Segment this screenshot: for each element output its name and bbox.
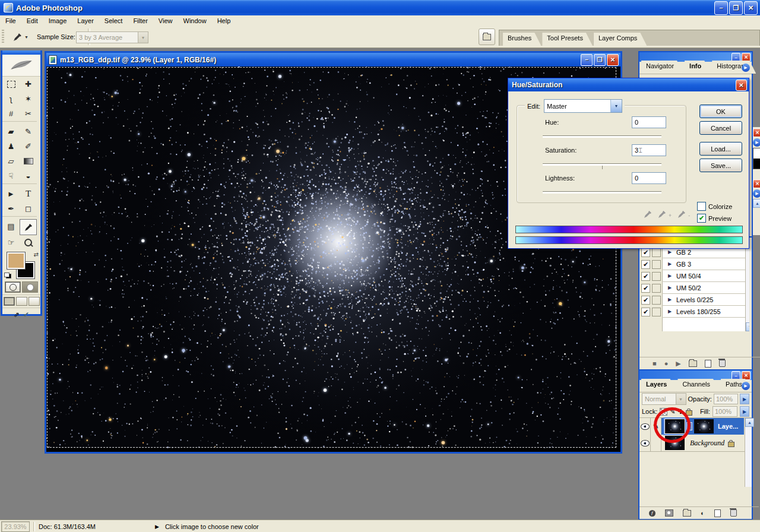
layers-palette-titlebar[interactable]: – ✕ [639,370,752,380]
scroll-down-icon[interactable]: ▼ [746,322,749,331]
action-label[interactable]: UM 50/4 [676,273,701,280]
notes-tool[interactable]: ▤ [2,219,20,234]
cancel-button[interactable]: Cancel [699,121,742,135]
action-label[interactable]: Levels 0/225 [676,296,713,303]
palette-close-button[interactable]: ✕ [742,53,750,62]
blend-mode-select[interactable]: Normal ▼ [642,393,686,405]
action-dialog-toggle[interactable] [652,248,661,257]
edit-channel-select[interactable]: Master ▼ [544,99,622,113]
tab-tool-presets[interactable]: Tool Presets [542,33,593,46]
pen-tool[interactable]: ✒ [2,201,20,216]
hue-slider[interactable] [543,135,661,138]
standard-mode-button[interactable] [5,281,21,293]
action-enabled-checkbox[interactable]: ✔ [641,284,650,293]
menu-help[interactable]: Help [212,16,236,26]
zoom-tool[interactable] [20,235,37,250]
tab-brushes[interactable]: Brushes [503,33,541,46]
smudge-tool[interactable]: ☟ [2,169,20,183]
healing-brush-tool[interactable]: ▰ [2,124,20,139]
swap-colors-icon[interactable]: ⇄ [34,251,39,258]
palette-menu-button[interactable]: ▶ [753,138,760,147]
layers-scrollbar[interactable]: ▲ ▼ [745,418,752,487]
fullscreen-button[interactable] [28,297,40,306]
tab-layer-comps[interactable]: Layer Comps [594,33,647,46]
fullscreen-menubar-button[interactable] [16,297,27,306]
menu-image[interactable]: Image [43,16,72,26]
toolbox-titlebar[interactable] [2,50,40,55]
close-button[interactable]: ✕ [744,1,758,15]
sample-size-select[interactable]: 3 by 3 Average ▼ [76,31,148,43]
action-enabled-checkbox[interactable]: ✔ [641,308,650,316]
stop-icon[interactable]: ■ [653,360,657,367]
action-enabled-checkbox[interactable]: ✔ [641,260,650,269]
action-row[interactable]: ✔ ▶ Levels 0/225 [639,294,749,306]
doc-close-button[interactable]: ✕ [607,54,619,66]
palette-close-button[interactable]: ✕ [753,128,760,137]
lightness-slider-thumb[interactable] [598,188,606,197]
path-selection-tool[interactable]: ► [2,186,20,201]
menu-window[interactable]: Window [178,16,212,26]
visibility-toggle[interactable] [639,435,651,451]
action-enabled-checkbox[interactable]: ✔ [641,248,650,257]
trash-icon[interactable] [730,509,737,517]
color-ramp-sliver[interactable] [753,148,760,169]
new-action-icon[interactable] [705,360,711,368]
eyedropper-tool[interactable] [20,219,37,235]
layer1-mask-thumbnail[interactable] [694,419,714,433]
saturation-slider-thumb[interactable] [616,160,623,169]
magic-wand-tool[interactable]: ✶ [20,91,37,106]
quick-mask-button[interactable] [22,281,38,293]
lightness-input[interactable]: 0 [632,172,666,184]
menu-filter[interactable]: Filter [128,16,153,26]
action-row[interactable]: ✔ ▶ UM 50/4 [639,270,749,282]
restore-button[interactable]: ❐ [729,1,743,15]
expand-triangle-icon[interactable]: ▶ [668,261,672,267]
menu-layer[interactable]: Layer [72,16,99,26]
navigator-palette-titlebar[interactable]: – ✕ [639,52,752,62]
action-enabled-checkbox[interactable]: ✔ [641,296,650,305]
foreground-color-swatch[interactable] [7,252,25,269]
tab-channels[interactable]: Channels [677,379,719,392]
move-tool[interactable]: ✚ [20,77,37,91]
palette-menu-button[interactable]: ▶ [742,382,750,390]
ok-button[interactable]: OK [699,104,742,118]
doc-restore-button[interactable]: ❐ [594,54,606,66]
layer-style-icon[interactable]: ƒ [649,510,656,517]
eyedropper-minus-icon[interactable] [677,210,686,218]
layer1-name[interactable]: Laye... [718,423,738,430]
action-dialog-toggle[interactable] [652,272,661,281]
tab-navigator[interactable]: Navigator [641,61,683,74]
standard-screen-button[interactable] [4,297,15,306]
preview-checkbox[interactable]: ✔ Preview [697,214,732,223]
history-brush-tool[interactable]: ✐ [20,139,37,154]
action-label[interactable]: UM 50/2 [676,284,701,292]
type-tool[interactable]: T [20,186,37,201]
rectangular-marquee-tool[interactable] [2,77,20,91]
saturation-input[interactable]: 3⌶ [632,144,666,156]
eyedropper-plus-icon[interactable] [658,210,666,218]
dialog-close-button[interactable]: ✕ [736,80,747,91]
hue-slider-thumb[interactable] [598,132,606,141]
palette-minimize-button[interactable]: – [732,53,740,62]
hue-input[interactable]: 0 [632,116,666,128]
action-dialog-toggle[interactable] [652,260,661,269]
document-titlebar[interactable]: m13_RGB_ddp.tif @ 23.9% (Layer 1, RGB/16… [46,53,620,66]
action-enabled-checkbox[interactable]: ✔ [641,272,650,281]
colorize-checkbox[interactable]: Colorize [697,202,732,211]
action-dialog-toggle[interactable] [652,308,661,316]
fill-slider-button[interactable]: ▶ [740,406,749,417]
crop-tool[interactable]: # [2,106,20,121]
new-set-icon[interactable] [689,360,697,367]
dodge-tool[interactable]: ◒ [20,169,37,183]
expand-triangle-icon[interactable]: ▶ [668,297,672,302]
adjustment-layer-icon[interactable]: ◐ [701,509,705,517]
dialog-titlebar[interactable]: Hue/Saturation ✕ [508,78,749,91]
expand-triangle-icon[interactable]: ▶ [668,273,672,278]
clone-stamp-tool[interactable]: ♟ [2,139,20,154]
tab-layers[interactable]: Layers [641,379,676,392]
add-mask-icon[interactable] [665,509,673,517]
palette-menu-button[interactable]: ▶ [742,64,750,72]
palette-close-button[interactable]: ✕ [742,371,750,380]
default-colors-icon[interactable] [4,273,11,278]
menu-view[interactable]: View [153,16,178,26]
